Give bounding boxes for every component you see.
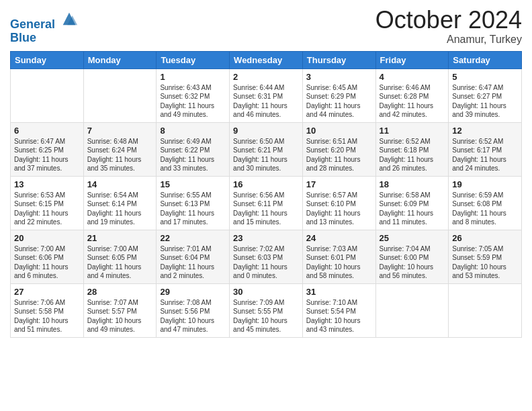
day-info: Sunrise: 6:50 AM Sunset: 6:21 PM Dayligh… <box>233 137 299 173</box>
day-info: Sunrise: 6:52 AM Sunset: 6:17 PM Dayligh… <box>452 137 518 173</box>
week-row-3: 13Sunrise: 6:53 AM Sunset: 6:15 PM Dayli… <box>11 176 522 230</box>
day-info: Sunrise: 6:59 AM Sunset: 6:08 PM Dayligh… <box>452 191 518 227</box>
calendar-cell: 6Sunrise: 6:47 AM Sunset: 6:25 PM Daylig… <box>11 122 84 176</box>
col-saturday: Saturday <box>449 51 522 68</box>
day-info: Sunrise: 6:45 AM Sunset: 6:29 PM Dayligh… <box>306 83 372 120</box>
day-info: Sunrise: 7:06 AM Sunset: 5:58 PM Dayligh… <box>14 298 80 334</box>
logo: General Blue <box>10 9 79 45</box>
col-sunday: Sunday <box>11 51 84 68</box>
day-info: Sunrise: 6:43 AM Sunset: 6:32 PM Dayligh… <box>160 83 226 120</box>
day-number: 16 <box>233 179 299 189</box>
logo-general: General <box>10 17 55 31</box>
col-monday: Monday <box>83 51 157 68</box>
day-number: 28 <box>87 287 153 297</box>
calendar-cell: 21Sunrise: 7:00 AM Sunset: 6:05 PM Dayli… <box>83 230 157 283</box>
col-tuesday: Tuesday <box>157 51 230 68</box>
day-info: Sunrise: 6:48 AM Sunset: 6:24 PM Dayligh… <box>87 137 153 173</box>
calendar-cell: 29Sunrise: 7:08 AM Sunset: 5:56 PM Dayli… <box>157 283 230 337</box>
calendar-cell: 19Sunrise: 6:59 AM Sunset: 6:08 PM Dayli… <box>449 176 522 230</box>
calendar-cell: 23Sunrise: 7:02 AM Sunset: 6:03 PM Dayli… <box>230 230 303 283</box>
calendar-cell <box>449 283 522 337</box>
location-subtitle: Anamur, Turkey <box>375 34 522 46</box>
logo-text-block: General Blue <box>10 9 79 45</box>
day-info: Sunrise: 6:51 AM Sunset: 6:20 PM Dayligh… <box>306 137 372 173</box>
calendar-cell: 7Sunrise: 6:48 AM Sunset: 6:24 PM Daylig… <box>83 122 157 176</box>
day-info: Sunrise: 6:49 AM Sunset: 6:22 PM Dayligh… <box>160 137 226 173</box>
day-info: Sunrise: 7:03 AM Sunset: 6:01 PM Dayligh… <box>306 244 372 281</box>
week-row-4: 20Sunrise: 7:00 AM Sunset: 6:06 PM Dayli… <box>11 230 522 283</box>
day-number: 3 <box>306 72 372 82</box>
day-number: 31 <box>306 287 372 297</box>
day-number: 27 <box>14 287 80 297</box>
day-number: 29 <box>160 287 226 297</box>
calendar-cell: 18Sunrise: 6:58 AM Sunset: 6:09 PM Dayli… <box>375 176 449 230</box>
calendar-cell: 13Sunrise: 6:53 AM Sunset: 6:15 PM Dayli… <box>11 176 84 230</box>
day-info: Sunrise: 7:04 AM Sunset: 6:00 PM Dayligh… <box>380 244 445 281</box>
calendar-cell: 2Sunrise: 6:44 AM Sunset: 6:31 PM Daylig… <box>230 68 303 122</box>
day-info: Sunrise: 7:10 AM Sunset: 5:54 PM Dayligh… <box>306 298 372 334</box>
day-info: Sunrise: 6:44 AM Sunset: 6:31 PM Dayligh… <box>233 83 299 120</box>
day-number: 17 <box>306 179 372 189</box>
calendar-cell: 25Sunrise: 7:04 AM Sunset: 6:00 PM Dayli… <box>375 230 449 283</box>
calendar-cell: 22Sunrise: 7:01 AM Sunset: 6:04 PM Dayli… <box>157 230 230 283</box>
calendar-cell: 31Sunrise: 7:10 AM Sunset: 5:54 PM Dayli… <box>302 283 375 337</box>
header: General Blue October 2024 Anamur, Turkey <box>10 7 522 46</box>
calendar-cell: 4Sunrise: 6:46 AM Sunset: 6:28 PM Daylig… <box>375 68 449 122</box>
calendar-cell: 5Sunrise: 6:47 AM Sunset: 6:27 PM Daylig… <box>449 68 522 122</box>
calendar-cell <box>11 68 84 122</box>
week-row-1: 1Sunrise: 6:43 AM Sunset: 6:32 PM Daylig… <box>11 68 522 122</box>
day-info: Sunrise: 7:08 AM Sunset: 5:56 PM Dayligh… <box>160 298 226 334</box>
col-friday: Friday <box>375 51 449 68</box>
logo-icon <box>60 9 79 28</box>
day-number: 21 <box>87 233 153 243</box>
calendar-cell: 20Sunrise: 7:00 AM Sunset: 6:06 PM Dayli… <box>11 230 84 283</box>
calendar-cell <box>83 68 157 122</box>
col-wednesday: Wednesday <box>230 51 303 68</box>
day-info: Sunrise: 7:01 AM Sunset: 6:04 PM Dayligh… <box>160 244 226 281</box>
calendar-cell <box>375 283 449 337</box>
calendar-cell: 27Sunrise: 7:06 AM Sunset: 5:58 PM Dayli… <box>11 283 84 337</box>
day-info: Sunrise: 6:57 AM Sunset: 6:10 PM Dayligh… <box>306 191 372 227</box>
day-number: 23 <box>233 233 299 243</box>
calendar-cell: 28Sunrise: 7:07 AM Sunset: 5:57 PM Dayli… <box>83 283 157 337</box>
calendar-cell: 8Sunrise: 6:49 AM Sunset: 6:22 PM Daylig… <box>157 122 230 176</box>
day-number: 13 <box>14 179 80 189</box>
calendar-cell: 11Sunrise: 6:52 AM Sunset: 6:18 PM Dayli… <box>375 122 449 176</box>
day-info: Sunrise: 7:09 AM Sunset: 5:55 PM Dayligh… <box>233 298 299 334</box>
day-info: Sunrise: 6:53 AM Sunset: 6:15 PM Dayligh… <box>14 191 80 227</box>
day-number: 15 <box>160 179 226 189</box>
day-number: 19 <box>452 179 518 189</box>
day-info: Sunrise: 6:56 AM Sunset: 6:11 PM Dayligh… <box>233 191 299 227</box>
title-block: October 2024 Anamur, Turkey <box>375 7 522 46</box>
col-thursday: Thursday <box>302 51 375 68</box>
calendar-cell: 14Sunrise: 6:54 AM Sunset: 6:14 PM Dayli… <box>83 176 157 230</box>
day-info: Sunrise: 6:46 AM Sunset: 6:28 PM Dayligh… <box>380 83 445 120</box>
calendar-table: Sunday Monday Tuesday Wednesday Thursday… <box>10 51 522 338</box>
logo-blue: Blue <box>10 31 36 44</box>
day-number: 7 <box>87 126 153 136</box>
calendar-cell: 17Sunrise: 6:57 AM Sunset: 6:10 PM Dayli… <box>302 176 375 230</box>
calendar-cell: 10Sunrise: 6:51 AM Sunset: 6:20 PM Dayli… <box>302 122 375 176</box>
day-number: 20 <box>14 233 80 243</box>
day-info: Sunrise: 6:47 AM Sunset: 6:25 PM Dayligh… <box>14 137 80 173</box>
calendar-cell: 15Sunrise: 6:55 AM Sunset: 6:13 PM Dayli… <box>157 176 230 230</box>
day-number: 25 <box>380 233 445 243</box>
day-number: 14 <box>87 179 153 189</box>
day-number: 18 <box>380 179 445 189</box>
day-number: 24 <box>306 233 372 243</box>
day-number: 2 <box>233 72 299 82</box>
calendar-cell: 26Sunrise: 7:05 AM Sunset: 5:59 PM Dayli… <box>449 230 522 283</box>
day-number: 12 <box>452 126 518 136</box>
day-info: Sunrise: 6:58 AM Sunset: 6:09 PM Dayligh… <box>380 191 445 227</box>
calendar-cell: 12Sunrise: 6:52 AM Sunset: 6:17 PM Dayli… <box>449 122 522 176</box>
calendar-cell: 9Sunrise: 6:50 AM Sunset: 6:21 PM Daylig… <box>230 122 303 176</box>
day-number: 11 <box>380 126 445 136</box>
day-number: 5 <box>452 72 518 82</box>
day-number: 6 <box>14 126 80 136</box>
week-row-2: 6Sunrise: 6:47 AM Sunset: 6:25 PM Daylig… <box>11 122 522 176</box>
day-number: 8 <box>160 126 226 136</box>
day-number: 22 <box>160 233 226 243</box>
day-info: Sunrise: 7:00 AM Sunset: 6:05 PM Dayligh… <box>87 244 153 281</box>
day-info: Sunrise: 6:52 AM Sunset: 6:18 PM Dayligh… <box>380 137 445 173</box>
calendar-cell: 3Sunrise: 6:45 AM Sunset: 6:29 PM Daylig… <box>302 68 375 122</box>
